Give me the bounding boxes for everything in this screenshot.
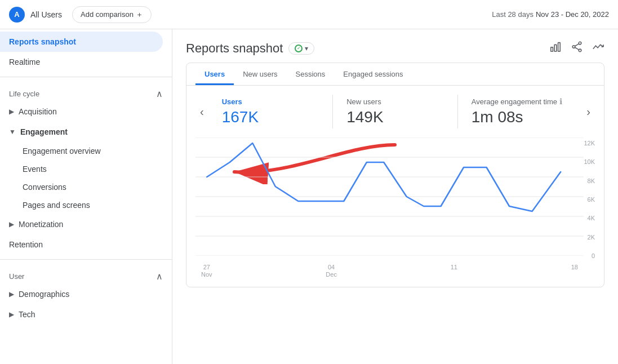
date-range: Nov 23 - Dec 20, 2022 <box>536 10 609 19</box>
tab-users[interactable]: Users <box>195 63 234 85</box>
sidebar-divider-2 <box>0 259 172 260</box>
sidebar-item-realtime[interactable]: Realtime <box>0 52 172 72</box>
sidebar: Reports snapshot Realtime Life cycle ∧ ▶… <box>0 29 172 364</box>
page-header: Reports snapshot ▾ <box>172 29 618 63</box>
sidebar-item-engagement[interactable]: ▼ Engagement <box>0 122 172 142</box>
chart-container: 12K 10K 8K 6K 4K 2K 0 <box>186 137 604 287</box>
svg-rect-3 <box>558 43 561 52</box>
avg-engagement-label: Average engagement time ℹ <box>472 97 569 106</box>
svg-rect-1 <box>551 47 553 51</box>
sidebar-divider-1 <box>0 77 172 77</box>
x-month-nov: Nov <box>201 271 212 278</box>
demographics-arrow-icon: ▶ <box>9 290 14 298</box>
sidebar-item-retention[interactable]: Retention <box>0 234 172 255</box>
avatar: A <box>9 7 25 23</box>
acquisition-label: Acquisition <box>19 107 57 116</box>
monetization-arrow-icon: ▶ <box>9 220 14 228</box>
svg-point-5 <box>572 46 575 48</box>
users-value: 167K <box>222 108 319 126</box>
chart-area: 12K 10K 8K 6K 4K 2K 0 <box>195 137 595 261</box>
add-comparison-button[interactable]: Add comparison ＋ <box>72 6 152 23</box>
monetization-label: Monetization <box>19 220 63 229</box>
content-area: Reports snapshot ▾ <box>172 29 618 364</box>
acquisition-arrow-icon: ▶ <box>9 108 14 116</box>
tab-sessions[interactable]: Sessions <box>287 63 335 85</box>
sidebar-item-demographics[interactable]: ▶ Demographics <box>0 284 172 304</box>
status-badge[interactable]: ▾ <box>288 42 314 55</box>
chart-x-labels: 27 Nov 04 Dec 11 18 <box>195 261 595 278</box>
tech-arrow-icon: ▶ <box>9 310 14 318</box>
lifecycle-section-header[interactable]: Life cycle ∧ <box>0 82 172 101</box>
stats-row: ‹ Users 167K New users 149K Average enga… <box>186 86 604 137</box>
add-comparison-label: Add comparison <box>81 10 134 19</box>
page-title-icons <box>549 41 604 56</box>
prev-arrow-icon[interactable]: ‹ <box>195 101 208 123</box>
x-label-18: 18 <box>571 264 578 278</box>
x-label-27nov: 27 Nov <box>201 264 212 278</box>
sidebar-item-pages-and-screens[interactable]: Pages and screens <box>0 196 172 214</box>
page-title: Reports snapshot <box>186 41 283 56</box>
user-label: User <box>9 272 24 281</box>
x-month-dec: Dec <box>326 271 337 278</box>
sidebar-item-acquisition[interactable]: ▶ Acquisition <box>0 101 172 122</box>
share-icon[interactable] <box>571 41 583 56</box>
svg-point-4 <box>579 42 581 45</box>
x-date-04: 04 <box>328 264 335 270</box>
top-bar-right: Last 28 days Nov 23 - Dec 20, 2022 <box>492 10 609 19</box>
sidebar-item-tech[interactable]: ▶ Tech <box>0 304 172 325</box>
main-layout: Reports snapshot Realtime Life cycle ∧ ▶… <box>0 29 618 364</box>
tab-new-users[interactable]: New users <box>234 63 286 85</box>
user-section-header[interactable]: User ∧ <box>0 264 172 284</box>
users-label: Users <box>222 97 319 106</box>
all-users-label: All Users <box>30 10 62 19</box>
sidebar-item-reports-snapshot[interactable]: Reports snapshot <box>0 32 163 52</box>
stats-card: Users New users Sessions Engaged session… <box>186 63 604 287</box>
chart-icon[interactable] <box>549 41 562 56</box>
sidebar-item-monetization[interactable]: ▶ Monetization <box>0 214 172 234</box>
stat-avg-engagement: Average engagement time ℹ 1m 08s <box>458 97 583 126</box>
info-icon[interactable]: ℹ <box>559 97 562 106</box>
tech-label: Tech <box>19 310 35 319</box>
svg-point-6 <box>579 49 581 52</box>
x-date-27: 27 <box>203 264 210 270</box>
x-date-11: 11 <box>451 264 457 270</box>
x-label-11: 11 <box>451 264 457 278</box>
plus-icon: ＋ <box>136 10 143 20</box>
svg-rect-2 <box>554 45 557 51</box>
lifecycle-label: Life cycle <box>9 90 39 98</box>
sidebar-item-engagement-overview[interactable]: Engagement overview <box>0 142 172 160</box>
stat-users: Users 167K <box>208 97 333 126</box>
new-users-value: 149K <box>346 108 444 126</box>
lifecycle-chevron-icon: ∧ <box>156 88 163 99</box>
svg-line-7 <box>575 47 579 50</box>
svg-line-8 <box>575 44 579 46</box>
x-label-04dec: 04 Dec <box>326 264 337 278</box>
demographics-label: Demographics <box>19 290 69 299</box>
engagement-arrow-icon: ▼ <box>9 128 16 136</box>
x-date-18: 18 <box>571 264 578 270</box>
stats-tabs: Users New users Sessions Engaged session… <box>186 63 604 86</box>
next-arrow-icon[interactable]: › <box>582 101 595 123</box>
stat-new-users: New users 149K <box>333 97 457 126</box>
chevron-down-icon: ▾ <box>305 45 308 52</box>
sidebar-item-conversions[interactable]: Conversions <box>0 178 172 196</box>
top-bar: A All Users Add comparison ＋ Last 28 day… <box>0 0 618 29</box>
new-users-label: New users <box>346 97 444 106</box>
user-chevron-icon: ∧ <box>156 271 163 282</box>
tab-engaged-sessions[interactable]: Engaged sessions <box>334 63 412 85</box>
last-days-label: Last 28 days <box>492 10 533 19</box>
top-bar-left: A All Users Add comparison ＋ <box>9 6 152 23</box>
status-check-icon <box>295 45 303 52</box>
line-chart-svg <box>195 137 595 256</box>
insights-icon[interactable] <box>592 41 604 56</box>
engagement-label: Engagement <box>20 127 68 136</box>
sidebar-item-events[interactable]: Events <box>0 160 172 178</box>
avg-engagement-value: 1m 08s <box>472 108 569 126</box>
